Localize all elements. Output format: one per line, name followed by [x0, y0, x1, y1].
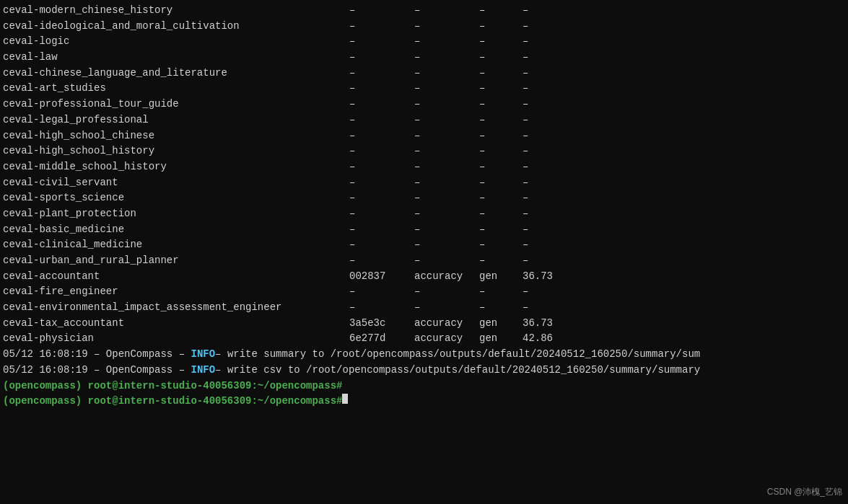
row-value: – — [523, 190, 580, 206]
row-metric: – — [414, 159, 479, 175]
row-hash: 3a5e3c — [349, 316, 414, 332]
log2-level: INFO — [191, 363, 215, 379]
row-type: – — [479, 97, 523, 112]
row-metric: – — [414, 81, 479, 97]
row-value: – — [523, 19, 580, 35]
row-name: ceval-professional_tour_guide — [3, 97, 349, 112]
row-metric: – — [414, 19, 479, 35]
table-row: ceval-sports_science–––– — [0, 190, 848, 206]
table-row: ceval-accountant002837accuracygen36.73 — [0, 269, 848, 285]
prompt-line-1: (opencompass) root@intern-studio-4005630… — [0, 379, 848, 394]
row-hash: – — [349, 159, 414, 175]
row-metric: accuracy — [414, 331, 479, 347]
row-name: ceval-chinese_language_and_literature — [3, 66, 349, 81]
row-hash: – — [349, 222, 414, 238]
row-value: – — [523, 284, 580, 300]
row-type: – — [479, 284, 523, 300]
row-name: ceval-urban_and_rural_planner — [3, 253, 349, 269]
row-name: ceval-art_studies — [3, 81, 349, 97]
row-metric: – — [414, 300, 479, 316]
row-hash: – — [349, 284, 414, 300]
prompt-line-2[interactable]: (opencompass) root@intern-studio-4005630… — [0, 394, 848, 410]
row-metric: accuracy — [414, 316, 479, 332]
row-value: – — [523, 112, 580, 128]
row-value: – — [523, 97, 580, 112]
log2-msg: – write csv to /root/opencompass/outputs… — [215, 363, 700, 379]
log1-level: INFO — [191, 347, 215, 363]
row-hash: – — [349, 175, 414, 191]
row-metric: – — [414, 66, 479, 81]
table-row: ceval-high_school_chinese–––– — [0, 128, 848, 144]
row-name: ceval-basic_medicine — [3, 222, 349, 238]
prompt1-text: (opencompass) root@intern-studio-4005630… — [3, 379, 342, 394]
row-hash: – — [349, 66, 414, 81]
row-metric: – — [414, 222, 479, 238]
row-value: – — [523, 253, 580, 269]
row-metric: – — [414, 175, 479, 191]
row-type: – — [479, 143, 523, 159]
table-row: ceval-middle_school_history–––– — [0, 159, 848, 175]
table-row: ceval-fire_engineer–––– — [0, 284, 848, 300]
log1-app: OpenCompass — [106, 347, 172, 363]
row-metric: – — [414, 34, 479, 50]
row-value: – — [523, 3, 580, 19]
row-value: – — [523, 81, 580, 97]
table-row: ceval-modern_chinese_history–––– — [0, 3, 848, 19]
row-hash: 002837 — [349, 269, 414, 285]
watermark: CSDN @沛槐_艺锦 — [767, 486, 842, 498]
table-row: ceval-civil_servant–––– — [0, 175, 848, 191]
row-metric: – — [414, 237, 479, 253]
row-name: ceval-modern_chinese_history — [3, 3, 349, 19]
row-hash: – — [349, 97, 414, 112]
table-row: ceval-basic_medicine–––– — [0, 222, 848, 238]
row-value: 36.73 — [523, 269, 580, 285]
row-type: – — [479, 206, 523, 222]
table-row: ceval-high_school_history–––– — [0, 143, 848, 159]
row-name: ceval-legal_professional — [3, 112, 349, 128]
row-type: gen — [479, 269, 523, 285]
row-type: – — [479, 222, 523, 238]
row-metric: – — [414, 190, 479, 206]
row-metric: – — [414, 128, 479, 144]
row-hash: – — [349, 237, 414, 253]
row-name: ceval-ideological_and_moral_cultivation — [3, 19, 349, 35]
row-value: – — [523, 300, 580, 316]
table-row: ceval-legal_professional–––– — [0, 112, 848, 128]
row-type: – — [479, 237, 523, 253]
row-metric: – — [414, 97, 479, 112]
table-row: ceval-urban_and_rural_planner–––– — [0, 253, 848, 269]
log2-app: OpenCompass — [106, 363, 172, 379]
cursor — [342, 394, 348, 404]
table-row: ceval-clinical_medicine–––– — [0, 237, 848, 253]
row-type: – — [479, 159, 523, 175]
row-metric: – — [414, 143, 479, 159]
row-type: – — [479, 66, 523, 81]
row-hash: – — [349, 143, 414, 159]
row-name: ceval-logic — [3, 34, 349, 50]
row-hash: – — [349, 19, 414, 35]
table-row: ceval-law–––– — [0, 50, 848, 66]
row-metric: – — [414, 284, 479, 300]
row-name: ceval-physician — [3, 331, 349, 347]
row-value: – — [523, 159, 580, 175]
row-value: – — [523, 222, 580, 238]
row-value: – — [523, 206, 580, 222]
row-hash: 6e277d — [349, 331, 414, 347]
log2-date: 05/12 16:08:19 — [3, 363, 88, 379]
row-value: – — [523, 128, 580, 144]
row-name: ceval-tax_accountant — [3, 316, 349, 332]
log1-msg: – write summary to /root/opencompass/out… — [215, 347, 700, 363]
row-metric: – — [414, 253, 479, 269]
row-name: ceval-high_school_history — [3, 143, 349, 159]
row-type: – — [479, 300, 523, 316]
row-metric: – — [414, 112, 479, 128]
table-row: ceval-logic–––– — [0, 34, 848, 50]
row-type: – — [479, 175, 523, 191]
row-type: – — [479, 19, 523, 35]
row-type: gen — [479, 316, 523, 332]
row-hash: – — [349, 190, 414, 206]
row-name: ceval-civil_servant — [3, 175, 349, 191]
row-name: ceval-plant_protection — [3, 206, 349, 222]
row-type: – — [479, 81, 523, 97]
log-line-1: 05/12 16:08:19 – OpenCompass – INFO – wr… — [0, 347, 848, 363]
